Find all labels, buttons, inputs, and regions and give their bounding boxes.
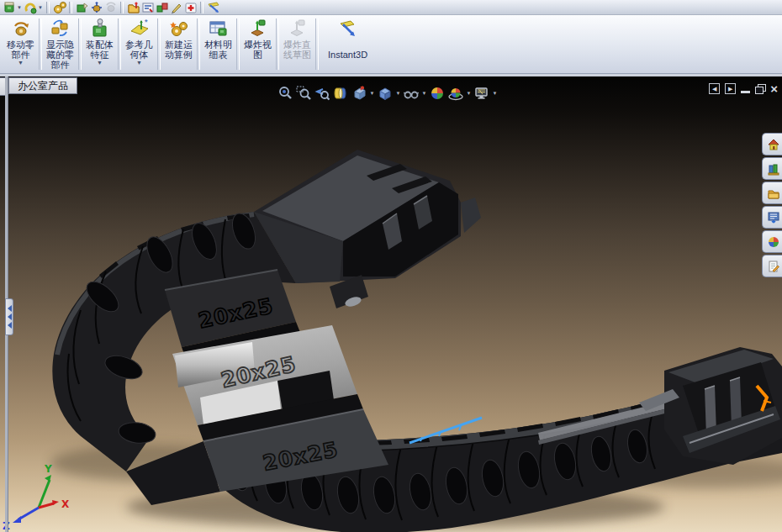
instant3d-button[interactable]: Instant3D <box>320 15 376 73</box>
explode-line-sketch-icon <box>287 18 309 40</box>
button-label: Instant3D <box>328 50 367 60</box>
solidworks-window: ▼ ▼ 移动零 部件 ▼ 显示隐 藏的零 部件 <box>0 0 782 532</box>
move-component-icon[interactable] <box>89 1 103 14</box>
heads-up-view-toolbar: ▼ ▼ ▼ ▼ ▼ <box>276 83 499 103</box>
ribbon-separator <box>315 18 319 70</box>
interference-detection-icon[interactable] <box>183 1 198 14</box>
show-hidden-components-icon <box>50 18 71 40</box>
button-label: 材料明 <box>204 40 232 50</box>
toolbar-separator <box>69 2 72 13</box>
command-tab-office-products[interactable]: 办公室产品 <box>8 77 77 94</box>
button-label: 特征 <box>91 50 109 60</box>
component-sketch-icon[interactable] <box>169 1 183 14</box>
button-label: 动算例 <box>165 50 193 60</box>
custom-properties-tab[interactable] <box>762 255 782 277</box>
hide-show-components-icon[interactable] <box>140 1 155 14</box>
smart-fasteners-icon[interactable] <box>52 1 66 14</box>
command-tab-label: 办公室产品 <box>18 79 68 93</box>
button-label: 线草图 <box>283 50 311 60</box>
minimize-button[interactable] <box>741 84 750 93</box>
exploded-view-icon <box>247 18 269 40</box>
dropdown-arrow-icon[interactable]: ▼ <box>97 60 103 66</box>
solidworks-resources-tab[interactable] <box>762 133 782 155</box>
zoom-to-area-icon[interactable] <box>294 84 313 103</box>
move-component-button[interactable]: 移动零 部件 ▼ <box>3 15 38 73</box>
pane-right-button[interactable]: ▶ <box>725 83 736 94</box>
reference-geometry-button[interactable]: * 参考几 何体 ▼ <box>122 15 156 73</box>
pane-left-button[interactable]: ◀ <box>709 83 720 94</box>
assembly-features-button[interactable]: 装配体 特征 ▼ <box>82 15 117 73</box>
new-motion-study-icon <box>168 18 190 40</box>
move-component-icon <box>10 18 32 40</box>
component-preview-icon[interactable] <box>75 1 89 14</box>
dropdown-arrow-icon[interactable]: ▼ <box>465 91 473 96</box>
section-view-icon[interactable] <box>331 84 350 103</box>
button-label: 何体 <box>130 50 149 60</box>
button-label: 爆炸直 <box>283 40 311 50</box>
dropdown-arrow-icon[interactable]: ▼ <box>18 60 24 66</box>
task-pane-tabs <box>762 133 782 277</box>
toolbar-spacer <box>220 0 782 15</box>
apply-scene-icon[interactable] <box>446 84 465 103</box>
3d-scene[interactable]: 20x25 20x25 20x25 Y Z X <box>0 76 782 532</box>
toolbar-separator <box>200 2 203 13</box>
button-label: 新建运 <box>165 40 193 50</box>
ribbon-separator <box>197 18 200 70</box>
button-label: 显示隐 <box>46 40 74 50</box>
view-palette-tab[interactable] <box>762 206 782 229</box>
view-orientation-icon[interactable] <box>350 84 368 103</box>
button-label: 装配体 <box>86 40 114 50</box>
button-label: 藏的零 <box>46 50 74 60</box>
dropdown-arrow-icon[interactable]: ▼ <box>491 91 499 96</box>
ribbon-separator <box>276 18 279 70</box>
restore-button[interactable] <box>755 84 765 93</box>
bill-of-materials-icon <box>208 18 230 40</box>
appearances-scenes-tab[interactable] <box>762 230 782 253</box>
command-manager-ribbon: 移动零 部件 ▼ 显示隐 藏的零 部件 装配体 特征 ▼ * 参考几 何体 ▼ <box>0 15 782 74</box>
display-style-icon[interactable] <box>376 84 394 103</box>
ribbon-separator <box>39 18 42 70</box>
zoom-to-fit-icon[interactable] <box>276 84 294 103</box>
button-label: 参考几 <box>125 40 153 50</box>
instant3d-icon <box>337 18 359 40</box>
dropdown-arrow-icon[interactable]: ▼ <box>37 5 44 10</box>
close-button[interactable]: × <box>770 83 778 94</box>
explode-line-sketch-button[interactable]: 爆炸直 线草图 <box>280 15 314 73</box>
rotate-component-icon[interactable] <box>103 1 118 14</box>
triad-x-label: X <box>61 498 70 510</box>
file-explorer-tab[interactable] <box>762 182 782 204</box>
toolbar-separator <box>120 2 124 13</box>
bill-of-materials-button[interactable]: 材料明 细表 <box>201 15 235 73</box>
ribbon-separator <box>236 18 240 70</box>
button-label: 细表 <box>209 50 228 60</box>
exploded-view-button[interactable]: 爆炸视 图 <box>240 15 275 73</box>
collapse-left-icon <box>8 305 12 312</box>
dropdown-arrow-icon[interactable]: ▼ <box>16 5 23 10</box>
button-label: 爆炸视 <box>244 40 272 50</box>
button-label: 部件 <box>51 60 70 70</box>
dropdown-arrow-icon[interactable]: ▼ <box>420 91 428 96</box>
toolbar-separator <box>46 2 50 13</box>
edit-component-icon[interactable] <box>155 1 169 14</box>
edit-appearance-icon[interactable] <box>428 84 446 103</box>
instant3d-small-icon[interactable] <box>206 1 220 14</box>
svg-text:*: * <box>145 18 148 26</box>
view-settings-icon[interactable] <box>473 84 491 103</box>
design-library-tab[interactable] <box>762 157 782 180</box>
previous-view-icon[interactable] <box>313 84 331 103</box>
graphics-area[interactable]: 20x25 20x25 20x25 Y Z X <box>0 76 782 532</box>
button-label: 移动零 <box>7 40 34 50</box>
hide-show-items-icon[interactable] <box>402 84 420 103</box>
new-motion-study-button[interactable]: 新建运 动算例 <box>161 15 196 73</box>
mate-icon[interactable] <box>23 1 37 14</box>
feature-manager-collapse-tab[interactable] <box>5 298 13 335</box>
show-hidden-components-button[interactable]: 显示隐 藏的零 部件 <box>43 15 77 73</box>
dropdown-arrow-icon[interactable]: ▼ <box>136 60 142 66</box>
dropdown-arrow-icon[interactable]: ▼ <box>368 91 376 96</box>
assembly-features-icon <box>89 18 111 40</box>
insert-component-icon[interactable] <box>2 1 16 14</box>
collapse-left-icon <box>8 322 12 329</box>
button-label: 部件 <box>12 50 30 60</box>
make-virtual-icon[interactable] <box>126 1 140 14</box>
dropdown-arrow-icon[interactable]: ▼ <box>394 91 402 96</box>
